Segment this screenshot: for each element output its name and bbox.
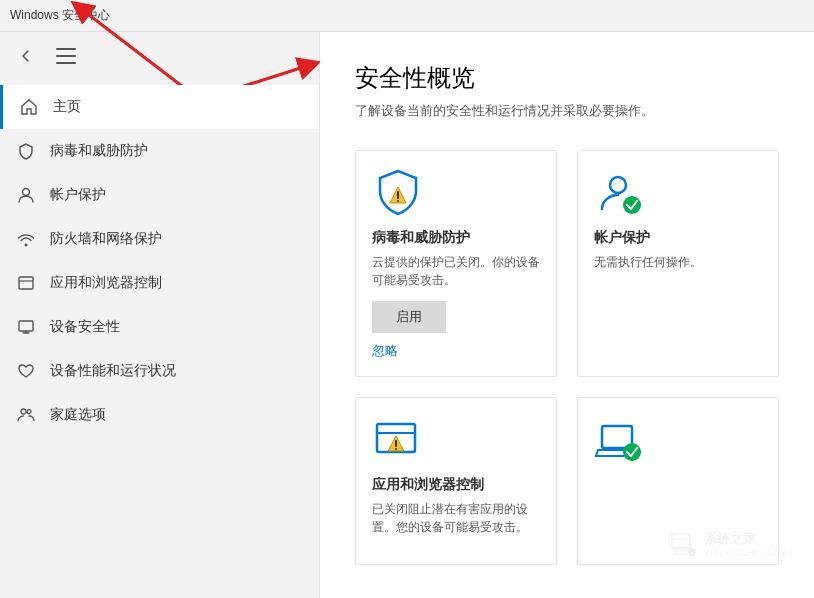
sidebar-item-devperf[interactable]: 设备性能和运行状况 xyxy=(0,349,319,393)
svg-rect-6 xyxy=(19,321,33,331)
menu-icon[interactable] xyxy=(52,42,80,70)
page-subtitle: 了解设备当前的安全性和运行情况并采取必要操作。 xyxy=(355,102,779,120)
sidebar-item-virus[interactable]: 病毒和威胁防护 xyxy=(0,129,319,173)
appbrowser-card-title: 应用和浏览器控制 xyxy=(372,476,540,494)
back-button[interactable] xyxy=(12,42,40,70)
svg-point-13 xyxy=(397,200,399,202)
sidebar-item-appbrowser-label: 应用和浏览器控制 xyxy=(50,274,162,292)
page-title: 安全性概览 xyxy=(355,62,779,94)
account-card-title: 帐户保护 xyxy=(594,229,762,247)
sidebar-item-firewall-label: 防火墙和网络保护 xyxy=(50,230,162,248)
sidebar-item-family[interactable]: 家庭选项 xyxy=(0,393,319,437)
watermark-icon: ✓ xyxy=(670,530,698,558)
svg-point-15 xyxy=(623,196,641,214)
sidebar-top xyxy=(0,32,319,80)
window: Windows 安全中心 xyxy=(0,0,814,598)
svg-point-20 xyxy=(395,448,397,450)
account-card-icon xyxy=(594,167,646,219)
rect-icon xyxy=(16,273,36,293)
sidebar-item-appbrowser[interactable]: 应用和浏览器控制 xyxy=(0,261,319,305)
sidebar-item-account[interactable]: 帐户保护 xyxy=(0,173,319,217)
card-account: 帐户保护 无需执行任何操作。 xyxy=(577,150,779,377)
sidebar-item-family-label: 家庭选项 xyxy=(50,406,106,424)
people-icon xyxy=(16,405,36,425)
svg-text:✓: ✓ xyxy=(690,550,694,556)
sidebar-item-devicesec-label: 设备安全性 xyxy=(50,318,120,336)
sidebar-item-account-label: 帐户保护 xyxy=(50,186,106,204)
svg-rect-4 xyxy=(19,277,33,289)
wifi-icon xyxy=(16,229,36,249)
sidebar-item-devicesec[interactable]: 设备安全性 xyxy=(0,305,319,349)
person-icon xyxy=(16,185,36,205)
window-body: 主页 病毒和威胁防护 xyxy=(0,32,814,598)
sidebar-item-home-label: 主页 xyxy=(53,98,81,116)
virus-card-title: 病毒和威胁防护 xyxy=(372,229,540,247)
virus-card-icon xyxy=(372,167,424,219)
enable-button[interactable]: 启用 xyxy=(372,301,446,333)
title-bar: Windows 安全中心 xyxy=(0,0,814,32)
card-appbrowser: 应用和浏览器控制 已关闭阻止潜在有害应用的设置。您的设备可能易受攻击。 xyxy=(355,397,557,565)
appbrowser-card-icon xyxy=(372,414,424,466)
svg-rect-23 xyxy=(672,534,690,548)
sidebar-item-home[interactable]: 主页 xyxy=(0,85,319,129)
watermark-text: 系统之家 XITONGZHIJIA.NET xyxy=(704,530,794,558)
svg-point-22 xyxy=(623,443,641,461)
appbrowser-card-desc: 已关闭阻止潜在有害应用的设置。您的设备可能易受攻击。 xyxy=(372,500,540,536)
window-title: Windows 安全中心 xyxy=(10,7,110,24)
sidebar-item-firewall[interactable]: 防火墙和网络保护 xyxy=(0,217,319,261)
devicehealth-card-icon xyxy=(594,414,646,466)
svg-point-3 xyxy=(23,189,30,196)
main-content: 安全性概览 了解设备当前的安全性和运行情况并采取必要操作。 病毒和威胁防护 云提… xyxy=(320,32,814,598)
ignore-link[interactable]: 忽略 xyxy=(372,343,398,358)
home-icon xyxy=(19,97,39,117)
virus-card-desc: 云提供的保护已关闭。你的设备可能易受攻击。 xyxy=(372,253,540,289)
account-card-desc: 无需执行任何操作。 xyxy=(594,253,762,271)
watermark: ✓ 系统之家 XITONGZHIJIA.NET xyxy=(670,530,794,558)
card-virus: 病毒和威胁防护 云提供的保护已关闭。你的设备可能易受攻击。 启用 忽略 xyxy=(355,150,557,377)
sidebar-item-devperf-label: 设备性能和运行状况 xyxy=(50,362,176,380)
cards-grid: 病毒和威胁防护 云提供的保护已关闭。你的设备可能易受攻击。 启用 忽略 xyxy=(355,150,779,565)
heart-icon xyxy=(16,361,36,381)
shield-icon xyxy=(16,141,36,161)
svg-point-10 xyxy=(27,410,31,414)
svg-point-14 xyxy=(610,177,626,193)
sidebar-item-virus-label: 病毒和威胁防护 xyxy=(50,142,148,160)
sidebar: 主页 病毒和威胁防护 xyxy=(0,32,320,598)
sidebar-nav: 主页 病毒和威胁防护 xyxy=(0,80,319,598)
svg-point-9 xyxy=(21,409,26,414)
monitor-icon xyxy=(16,317,36,337)
